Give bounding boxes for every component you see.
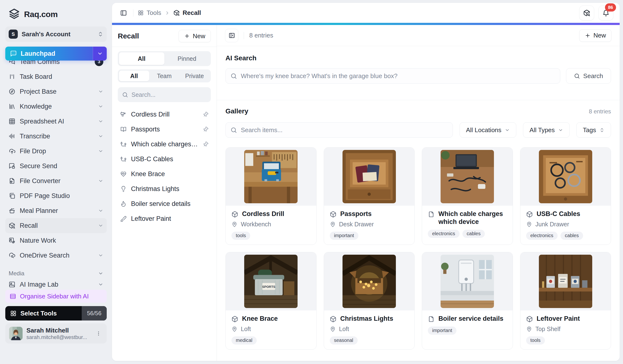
tab-private[interactable]: Private xyxy=(179,71,210,81)
gallery-card-usb-c-cables[interactable]: USB-C CablesJunk Drawerelectronicscables xyxy=(520,147,611,245)
recall-item-passports[interactable]: Passports xyxy=(118,122,211,137)
sidebar-item-recall[interactable]: Recall xyxy=(5,218,107,233)
filter-all-locations[interactable]: All Locations xyxy=(460,122,516,138)
sidebar-item-secure-send[interactable]: Secure Send xyxy=(5,159,107,173)
recall-item-boiler-service-details[interactable]: Boiler service details xyxy=(118,196,211,211)
sidebar-item-task-board[interactable]: Task Board xyxy=(5,69,107,84)
gallery-card-christmas-lights[interactable]: Christmas LightsLoftseasonal xyxy=(324,252,415,350)
tag-pill[interactable]: seasonal xyxy=(330,336,358,344)
tag-pill[interactable]: important xyxy=(428,326,456,335)
gallery-card-which-cable-charges-which-device[interactable]: Which cable charges which deviceelectron… xyxy=(422,147,513,245)
launchpad-button[interactable]: Launchpad xyxy=(5,47,107,61)
recall-item-usb-c-cables[interactable]: USB-C Cables xyxy=(118,152,211,167)
card-title: Cordless Drill xyxy=(242,210,284,218)
organise-sidebar-button[interactable]: Organise Sidebar with AI xyxy=(5,290,107,303)
chevron-down-icon xyxy=(98,223,103,228)
launchpad-expand[interactable] xyxy=(93,47,107,61)
account-switcher[interactable]: S Sarah's Account xyxy=(5,26,107,42)
panel-new-button[interactable]: New xyxy=(178,30,211,42)
sidebar-item-meal-planner[interactable]: Meal Planner xyxy=(5,203,107,218)
collapse-panel-button[interactable] xyxy=(225,29,238,42)
sidebar-item-file-converter[interactable]: File Converter xyxy=(5,173,107,188)
breadcrumb-tools[interactable]: Tools xyxy=(138,9,161,17)
sidebar-toggle-button[interactable] xyxy=(118,8,129,18)
notifications-count-badge: 86 xyxy=(605,3,616,12)
recall-item-leftover-paint[interactable]: Leftover Paint xyxy=(118,211,211,226)
new-entry-button[interactable]: New xyxy=(579,29,611,42)
recall-item-knee-brace[interactable]: Knee Brace xyxy=(118,167,211,181)
recall-item-label: Boiler service details xyxy=(131,200,208,208)
filter-all-types[interactable]: All Types xyxy=(523,122,570,138)
heart-pulse-icon xyxy=(120,171,127,177)
tag-pill[interactable]: cables xyxy=(560,232,583,240)
sidebar-item-nature-work[interactable]: Nature Work xyxy=(5,233,107,248)
gallery-card-passports[interactable]: PassportsDesk Drawerimportant xyxy=(324,147,415,245)
package-icon xyxy=(231,211,238,218)
filter-tags[interactable]: Tags xyxy=(576,122,611,138)
card-photo-desk-drawer-passports xyxy=(342,150,396,203)
grid-icon xyxy=(138,10,144,16)
card-photo-drawer-cables xyxy=(539,150,592,203)
card-photo-area xyxy=(422,252,513,310)
tag-pill[interactable]: tools xyxy=(526,336,545,344)
gallery-card-knee-brace[interactable]: SPORTSKnee BraceLoftmedical xyxy=(225,252,316,350)
divider xyxy=(133,9,134,17)
ai-search-input[interactable] xyxy=(241,72,555,80)
items-search-input[interactable] xyxy=(241,126,448,134)
map-pin-icon xyxy=(526,326,532,332)
svg-text:SPORTS: SPORTS xyxy=(262,285,275,289)
sidebar-section-media[interactable]: Media xyxy=(5,270,107,277)
ai-search-section: AI Search Search xyxy=(217,46,620,100)
recall-item-which-cable-charges-whi[interactable]: Which cable charges whi... xyxy=(118,137,211,152)
recall-item-christmas-lights[interactable]: Christmas Lights xyxy=(118,181,211,196)
gallery-card-cordless-drill[interactable]: Cordless DrillWorkbenchtools xyxy=(225,147,316,245)
book-open-icon xyxy=(120,126,127,133)
account-label: Sarah's Account xyxy=(22,30,94,38)
sidebar-item-onedrive-search[interactable]: OneDrive Search xyxy=(5,248,107,263)
sidebar-item-ai-image-lab[interactable]: AI Image Lab xyxy=(5,278,107,291)
recall-item-label: Knee Brace xyxy=(131,170,208,178)
tag-pill[interactable]: electronics xyxy=(428,230,460,238)
select-tools-button[interactable]: Select Tools 56/56 xyxy=(5,306,107,321)
notifications-button[interactable]: 86 xyxy=(599,5,613,21)
panel-search-input[interactable] xyxy=(132,91,209,98)
user-menu-button[interactable] xyxy=(94,329,103,338)
gallery-entries-count: 8 entries xyxy=(589,108,611,115)
chevron-down-icon xyxy=(505,128,510,133)
gallery-card-boiler-service-details[interactable]: Boiler service detailsimportant xyxy=(422,252,513,350)
sidebar-item-spreadsheet-ai[interactable]: Spreadsheet AI xyxy=(5,114,107,129)
ai-search-button[interactable]: Search xyxy=(566,68,611,84)
chevron-right-icon xyxy=(165,10,170,16)
chevron-down-icon xyxy=(98,208,103,213)
tab-all-scope[interactable]: All xyxy=(119,71,149,81)
search-icon xyxy=(230,73,237,79)
panel-collapse-icon xyxy=(229,32,235,39)
tab-team[interactable]: Team xyxy=(149,71,179,81)
tag-pill[interactable]: cables xyxy=(463,230,485,238)
gallery-grid: Cordless DrillWorkbenchtoolsPassportsDes… xyxy=(225,147,611,350)
recall-item-label: Cordless Drill xyxy=(131,111,199,118)
sidebar-item-pdf-page-studio[interactable]: PDF Page Studio xyxy=(5,188,107,203)
tag-pill[interactable]: tools xyxy=(231,232,250,240)
table-icon xyxy=(9,118,15,125)
sidebar-item-transcribe[interactable]: Transcribe xyxy=(5,129,107,144)
recall-item-cordless-drill[interactable]: Cordless Drill xyxy=(118,107,211,122)
sidebar-item-project-base[interactable]: Project Base xyxy=(5,84,107,99)
recall-shortcut-button[interactable] xyxy=(579,5,594,21)
tab-pinned[interactable]: Pinned xyxy=(164,52,210,65)
sidebar-item-file-drop[interactable]: File Drop xyxy=(5,144,107,159)
map-pin-icon xyxy=(231,326,238,332)
tag-pill[interactable]: medical xyxy=(231,336,257,344)
sidebar-item-knowledge[interactable]: Knowledge xyxy=(5,99,107,114)
package-icon xyxy=(526,211,533,218)
tab-all[interactable]: All xyxy=(119,52,164,65)
brand-name: Raq.com xyxy=(24,10,58,19)
tag-pill[interactable]: important xyxy=(330,232,358,240)
gallery-card-leftover-paint[interactable]: Leftover PaintTop Shelftools xyxy=(520,252,611,350)
layers-logo-icon xyxy=(8,8,20,20)
tag-pill[interactable]: electronics xyxy=(526,232,558,240)
pin-icon xyxy=(202,126,209,133)
topbar: Tools Recall 86 xyxy=(112,3,620,23)
card-title: Leftover Paint xyxy=(537,315,580,323)
user-card[interactable]: Sarah Mitchell sarah.mitchell@westbur... xyxy=(5,323,107,343)
